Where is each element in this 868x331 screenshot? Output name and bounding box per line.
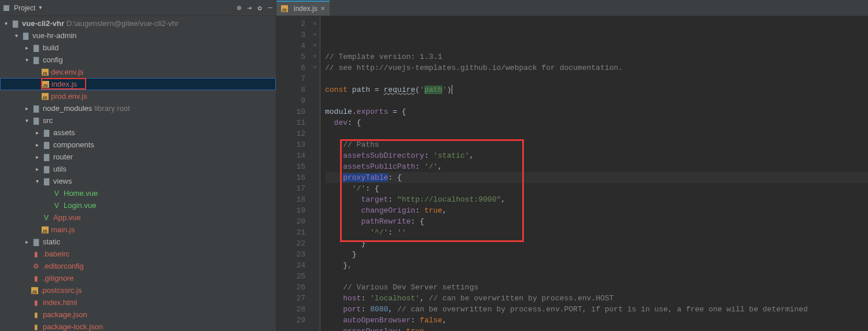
- folder-icon: ▇: [31, 56, 40, 64]
- folder-icon: ▇: [31, 44, 40, 52]
- json-file-icon: ▮: [31, 323, 40, 331]
- chevron-down-icon[interactable]: ▾: [1, 20, 10, 27]
- project-tree[interactable]: ▾ ▇ vue-cli2-vhr D:\augenstern@gitee/vue…: [0, 16, 276, 331]
- tree-item-gitignore[interactable]: ▮ .gitignore: [0, 272, 276, 284]
- tree-item-index-js[interactable]: JS index.js: [0, 78, 276, 90]
- project-title[interactable]: Project: [14, 4, 35, 12]
- chevron-right-icon[interactable]: ▸: [32, 166, 42, 172]
- expand-icon[interactable]: ⇥: [248, 3, 252, 13]
- editor-area: JS index.js × 23456789101112131415161718…: [276, 0, 868, 331]
- code-content[interactable]: // Template version: 1.3.1// see http://…: [320, 16, 868, 331]
- tree-item-components[interactable]: ▸ ▇ components: [0, 139, 276, 151]
- chevron-right-icon[interactable]: ▸: [32, 154, 42, 160]
- fold-gutter[interactable]: ⊟⊟⊟⊟⊟: [310, 16, 320, 331]
- tree-item-src[interactable]: ▾ ▇ src: [0, 114, 276, 127]
- tree-item-app-vue[interactable]: V App.vue: [0, 211, 276, 224]
- tab-label: index.js: [294, 5, 317, 13]
- chevron-right-icon[interactable]: ▸: [32, 129, 42, 136]
- vue-file-icon: V: [52, 189, 61, 198]
- close-icon[interactable]: ×: [321, 5, 325, 13]
- folder-icon: ▇: [10, 20, 20, 28]
- folder-icon: ▇: [42, 177, 51, 185]
- js-file-icon: JS: [31, 287, 38, 294]
- folder-icon: ▇: [42, 153, 51, 161]
- tree-item-router[interactable]: ▸ ▇ router: [0, 151, 276, 163]
- line-number-gutter: 2345678910111213141516171819202122232425…: [276, 16, 310, 331]
- chevron-down-icon[interactable]: ▾: [32, 178, 42, 184]
- chevron-down-icon[interactable]: ▾: [22, 57, 31, 63]
- tree-item-login-vue[interactable]: V Login.vue: [0, 199, 276, 211]
- folder-icon: ▇: [42, 129, 51, 137]
- vue-file-icon: V: [52, 202, 61, 210]
- folder-icon: ▇: [31, 117, 40, 125]
- tree-item-index-html[interactable]: ▮ index.html: [0, 296, 276, 308]
- folder-icon: ▇: [42, 165, 51, 173]
- locate-icon[interactable]: ⊕: [237, 3, 242, 13]
- tree-item-build[interactable]: ▸ ▇ build: [0, 42, 276, 54]
- dropdown-arrow-icon[interactable]: ▼: [39, 5, 42, 11]
- tree-item-assets[interactable]: ▸ ▇ assets: [0, 127, 276, 139]
- tree-item-home-vue[interactable]: V Home.vue: [0, 187, 276, 199]
- tree-item-utils[interactable]: ▸ ▇ utils: [0, 163, 276, 175]
- html-file-icon: ▮: [31, 299, 40, 307]
- tree-item-package-json[interactable]: ▮ package.json: [0, 308, 276, 321]
- json-file-icon: ▮: [31, 311, 40, 319]
- js-file-icon: JS: [281, 5, 288, 12]
- chevron-right-icon[interactable]: ▸: [32, 142, 42, 148]
- sidebar-toolbar: Project ▼ ⊕ ⇥ ✿ —: [0, 0, 276, 16]
- js-file-icon: JS: [42, 69, 49, 76]
- tree-item-node-modules[interactable]: ▸ ▇ node_modules library root: [0, 102, 276, 114]
- editor-tabs: JS index.js ×: [276, 0, 868, 16]
- tree-item-editorconfig[interactable]: ⚙ .editorconfig: [0, 260, 276, 272]
- file-icon: ▮: [31, 274, 40, 282]
- chevron-right-icon[interactable]: ▸: [22, 44, 31, 51]
- js-file-icon: JS: [42, 226, 49, 233]
- hide-icon[interactable]: —: [268, 3, 272, 12]
- tree-item-package-lock[interactable]: ▮ package-lock.json: [0, 321, 276, 331]
- tree-item-views[interactable]: ▾ ▇ views: [0, 175, 276, 187]
- project-sidebar: Project ▼ ⊕ ⇥ ✿ — ▾ ▇ vue-cli2-vhr D:\au…: [0, 0, 276, 331]
- js-file-icon: JS: [42, 93, 49, 100]
- folder-icon: ▇: [42, 141, 51, 149]
- chevron-down-icon[interactable]: ▾: [12, 32, 21, 39]
- tree-item-postcssrc[interactable]: JS .postcssrc.js: [0, 284, 276, 296]
- code-editor[interactable]: 2345678910111213141516171819202122232425…: [276, 16, 868, 331]
- tree-item-main-js[interactable]: JS main.js: [0, 224, 276, 236]
- tree-item-vue-hr-admin[interactable]: ▾ ▇ vue-hr-admin: [0, 29, 276, 42]
- folder-icon: ▇: [31, 238, 40, 246]
- tree-item-static[interactable]: ▸ ▇ static: [0, 236, 276, 248]
- chevron-right-icon[interactable]: ▸: [22, 105, 31, 111]
- file-icon: ▮: [31, 250, 40, 258]
- chevron-right-icon[interactable]: ▸: [22, 239, 31, 245]
- tree-item-babelrc[interactable]: ▮ .babelrc: [0, 248, 276, 260]
- folder-icon: ▇: [31, 105, 40, 113]
- folder-icon: ▇: [21, 32, 30, 40]
- tree-item-dev-env[interactable]: JS dev.env.js: [0, 66, 276, 78]
- gear-icon[interactable]: ✿: [257, 3, 262, 13]
- vue-file-icon: V: [42, 214, 51, 222]
- tree-item-config[interactable]: ▾ ▇ config: [0, 54, 276, 66]
- chevron-down-icon[interactable]: ▾: [22, 117, 31, 124]
- project-icon: [3, 5, 9, 11]
- tab-index-js[interactable]: JS index.js ×: [276, 1, 330, 16]
- tree-root[interactable]: ▾ ▇ vue-cli2-vhr D:\augenstern@gitee/vue…: [0, 17, 276, 29]
- tree-item-prod-env[interactable]: JS prod.env.js: [0, 90, 276, 102]
- gear-file-icon: ⚙: [31, 262, 40, 270]
